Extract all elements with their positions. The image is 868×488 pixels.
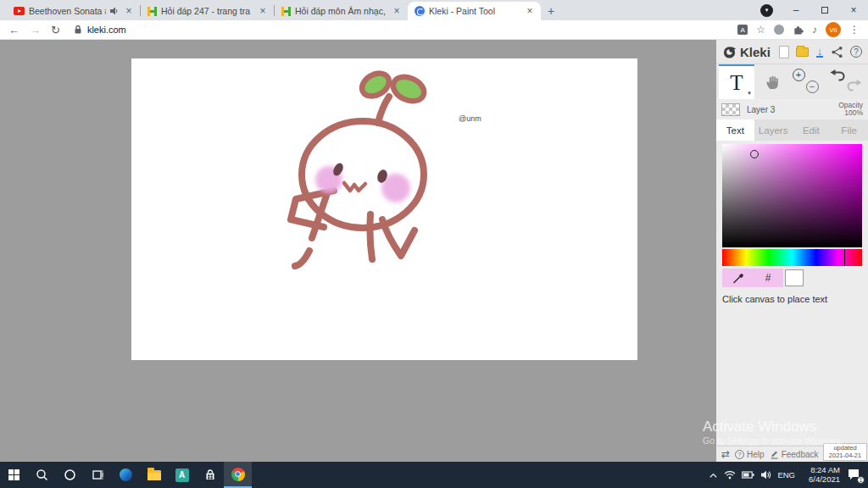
task-view-icon xyxy=(92,469,104,480)
kleki-header: Kleki ↓ ? xyxy=(716,40,868,64)
tray-date: 6/4/2021 xyxy=(809,474,840,484)
feedback-link[interactable]: Feedback xyxy=(770,450,819,459)
profile-avatar[interactable]: Vô xyxy=(826,22,841,37)
bookmark-star-icon[interactable]: ☆ xyxy=(756,25,765,35)
tab-title: Hỏi đáp 247 - trang tra loi xyxy=(161,6,253,16)
music-extension-icon[interactable]: ♪ xyxy=(812,25,817,35)
text-tool-hint: Click canvas to place text xyxy=(716,287,868,311)
close-icon[interactable]: × xyxy=(391,5,403,17)
chrome-taskbar-button[interactable] xyxy=(224,462,252,488)
hex-input-button[interactable]: # xyxy=(753,269,783,287)
hue-selector-line[interactable] xyxy=(844,249,846,266)
new-image-icon[interactable] xyxy=(779,46,789,58)
file-explorer-icon xyxy=(147,470,161,480)
panel-empty-space xyxy=(716,311,868,446)
clock[interactable]: 8:24 AM 6/4/2021 xyxy=(801,466,840,484)
action-center-button[interactable]: 1 xyxy=(846,468,863,483)
canvas-annotation-text: @unm xyxy=(459,114,481,123)
paint-canvas[interactable]: @unm xyxy=(131,58,637,360)
hoidap-favicon xyxy=(281,7,291,16)
store-icon xyxy=(203,469,217,481)
kleki-header-actions: ↓ ? xyxy=(779,46,862,58)
new-tab-button[interactable]: + xyxy=(541,2,561,20)
tab-hoidap-247[interactable]: Hỏi đáp 247 - trang tra loi × xyxy=(141,2,274,20)
main-area: @unm Kleki ↓ ? T ▾ xyxy=(0,40,868,462)
kleki-panel: Kleki ↓ ? T ▾ + − xyxy=(716,40,868,462)
hand-icon xyxy=(764,74,781,91)
help-label: Help xyxy=(747,450,765,459)
browser-tab-strip: Beethoven Sonata # 14 "Mo × Hỏi đáp 247 … xyxy=(0,0,868,20)
tab-title: Hỏi đáp môn Âm nhạc, Mỹ thuật xyxy=(295,6,387,16)
url-text: kleki.com xyxy=(87,25,126,35)
tab-title: Kleki - Paint Tool xyxy=(429,6,520,16)
chrome-menu-icon[interactable]: ⋮ xyxy=(849,25,860,35)
hand-tool-button[interactable] xyxy=(760,74,785,91)
undo-icon[interactable] xyxy=(830,69,845,83)
lock-icon xyxy=(74,25,82,35)
color-selector-ring[interactable] xyxy=(750,150,759,158)
edge-button[interactable] xyxy=(112,462,140,488)
close-window-button[interactable]: × xyxy=(839,0,868,20)
tab-youtube[interactable]: Beethoven Sonata # 14 "Mo × xyxy=(7,2,140,20)
search-button[interactable] xyxy=(28,462,56,488)
tab-edit[interactable]: Edit xyxy=(793,119,831,141)
close-icon[interactable]: × xyxy=(123,5,135,17)
layer-thumbnail[interactable] xyxy=(721,103,740,116)
save-download-icon[interactable]: ↓ xyxy=(816,47,824,58)
zoom-in-button[interactable]: + xyxy=(793,69,805,81)
start-button[interactable] xyxy=(0,462,28,488)
eyedropper-icon xyxy=(732,272,744,285)
maximize-button[interactable] xyxy=(810,0,839,20)
layer-name: Layer 3 xyxy=(747,105,832,114)
back-button[interactable]: ← xyxy=(8,25,19,36)
chevron-down-icon: ▾ xyxy=(748,90,751,97)
close-icon[interactable]: × xyxy=(524,5,536,17)
profile-bubble-icon[interactable]: ▾ xyxy=(760,4,773,17)
tray-chevron-icon[interactable] xyxy=(709,472,718,479)
help-link[interactable]: ? Help xyxy=(735,450,765,459)
reload-button[interactable]: ↻ xyxy=(51,25,60,36)
tab-kleki-active[interactable]: Kleki - Paint Tool × xyxy=(408,2,541,20)
swap-colors-icon[interactable]: ⇄ xyxy=(721,448,730,460)
help-icon[interactable]: ? xyxy=(850,46,862,58)
omnibox[interactable]: kleki.com xyxy=(70,25,727,35)
share-icon[interactable] xyxy=(831,46,843,58)
volume-icon[interactable] xyxy=(760,470,771,480)
edge-icon xyxy=(120,469,132,481)
text-tool-button[interactable]: T ▾ xyxy=(719,64,754,99)
language-indicator[interactable]: ENG xyxy=(777,470,795,480)
tab-text[interactable]: Text xyxy=(716,119,754,141)
kleki-favicon xyxy=(415,6,425,16)
forward-button[interactable]: → xyxy=(30,25,41,36)
drawing-radish-character xyxy=(131,58,637,360)
tab-file[interactable]: File xyxy=(830,119,868,141)
feedback-pen-icon xyxy=(770,450,779,459)
eyedropper-button[interactable] xyxy=(722,269,753,287)
opacity-label: Opacity xyxy=(838,101,863,109)
color-tools-row: # xyxy=(722,269,862,287)
cortana-button[interactable] xyxy=(56,462,84,488)
wifi-icon[interactable] xyxy=(724,470,736,480)
file-explorer-button[interactable] xyxy=(140,462,168,488)
extension-icon[interactable] xyxy=(774,25,784,35)
close-icon[interactable]: × xyxy=(257,5,269,17)
address-bar: ← → ↻ kleki.com A ☆ ♪ Vô ⋮ xyxy=(0,20,868,40)
tab-audio-icon[interactable] xyxy=(110,7,119,15)
current-color-swatch[interactable] xyxy=(785,269,804,286)
hue-slider[interactable] xyxy=(722,249,862,266)
task-view-button[interactable] xyxy=(84,462,112,488)
extensions-puzzle-icon[interactable] xyxy=(793,25,804,36)
tab-layers[interactable]: Layers xyxy=(754,119,793,141)
tab-hoidap-amnhac[interactable]: Hỏi đáp môn Âm nhạc, Mỹ thuật × xyxy=(275,2,408,20)
minimize-button[interactable]: – xyxy=(782,0,810,20)
battery-icon[interactable] xyxy=(742,471,754,479)
redo-icon[interactable] xyxy=(847,79,862,93)
active-layer-row[interactable]: Layer 3 Opacity 100% xyxy=(716,99,868,119)
translate-icon[interactable]: A xyxy=(737,25,748,35)
zoom-out-button[interactable]: − xyxy=(806,80,819,93)
saturation-value-field[interactable] xyxy=(722,144,862,247)
microsoft-store-button[interactable] xyxy=(196,462,224,488)
open-file-icon[interactable] xyxy=(796,47,809,57)
maximize-icon xyxy=(821,7,828,14)
app-a-button[interactable]: A xyxy=(168,462,196,488)
